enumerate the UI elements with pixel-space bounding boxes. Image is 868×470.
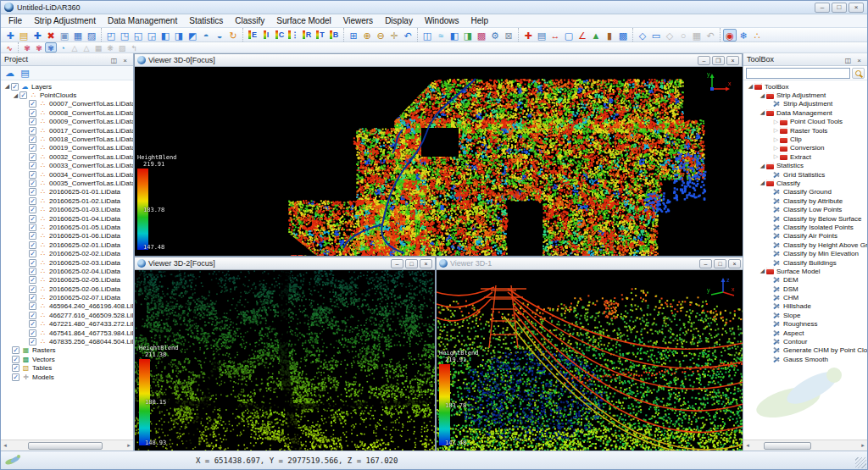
viewer-close-button[interactable]: ×: [726, 56, 739, 65]
zoom-in-icon[interactable]: ⊕: [360, 29, 374, 41]
project-tree-item[interactable]: ✓∴20160625-01-02.LiData: [1, 196, 133, 205]
toolbox-tree-item[interactable]: Classify Isolated Points: [743, 223, 867, 231]
top-view-icon[interactable]: ◧: [159, 29, 172, 41]
render-snowflake-icon[interactable]: ❄: [737, 29, 750, 41]
display-by-elevation-icon[interactable]: E: [246, 29, 259, 41]
toolbox-tree-item[interactable]: Classify Air Points: [743, 232, 867, 241]
menu-classify[interactable]: Classify: [229, 14, 270, 28]
toolbox-tree-item[interactable]: Aspect: [743, 329, 867, 337]
display-by-rgb-icon[interactable]: ⋮: [287, 29, 300, 41]
project-tree-item[interactable]: ✓∴20160625-02-01.LiData: [1, 241, 133, 249]
toolbox-tree-item[interactable]: Contour: [743, 337, 867, 346]
mountain-profile-tool-icon[interactable]: △: [69, 42, 81, 53]
menu-file[interactable]: File: [3, 14, 28, 28]
display-by-intensity-icon[interactable]: I: [259, 29, 273, 41]
select-polygon-icon[interactable]: ◇: [636, 29, 649, 41]
viewer-3d-2-canvas[interactable]: [135, 270, 435, 451]
valley-profile-tool-icon[interactable]: △: [81, 42, 92, 53]
selected-seed-tool-icon[interactable]: ✾: [45, 42, 57, 53]
menu-display[interactable]: Display: [379, 14, 419, 28]
project-tree-item[interactable]: ✓∴20160625-01-03.LiData: [1, 205, 133, 213]
toolbox-search-input[interactable]: [746, 68, 850, 79]
layer-checkbox[interactable]: ✓: [29, 250, 36, 257]
project-tree-item[interactable]: ✓∴00017_ConvertToLas.LiData: [1, 126, 133, 135]
project-tree-item[interactable]: ✓∴466277.616_466509.528.LiData: [1, 311, 133, 319]
toolbox-tree-item[interactable]: Gauss Smooth: [743, 355, 867, 363]
viewer-maximize-button[interactable]: □: [405, 259, 418, 268]
measure-height-icon[interactable]: ▲: [589, 29, 603, 41]
display-blend-icon[interactable]: B: [327, 29, 341, 41]
toolbox-tree-item[interactable]: Classify by Attribute: [743, 196, 867, 205]
layer-checkbox[interactable]: ✓: [29, 224, 36, 231]
toolbox-tree-item[interactable]: ◢Classify: [743, 179, 867, 187]
toolbox-tree-item[interactable]: DEM: [743, 276, 867, 285]
viewer-3d-1-canvas[interactable]: [437, 270, 743, 451]
layer-checkbox[interactable]: ✓: [29, 153, 36, 161]
layer-checkbox[interactable]: ✓: [29, 118, 36, 125]
rotate-view-icon[interactable]: ↻: [226, 29, 240, 41]
display-by-class-icon[interactable]: C: [273, 29, 287, 41]
close-button[interactable]: ×: [849, 3, 864, 13]
expander-icon[interactable]: ▷: [772, 153, 780, 160]
layer-checkbox[interactable]: ✓: [29, 241, 36, 249]
resize-grip[interactable]: [855, 457, 866, 468]
undo-edit-tool-icon[interactable]: ↰: [128, 42, 140, 53]
expander-icon[interactable]: ▷: [772, 145, 780, 152]
pick-point-icon[interactable]: ✚: [521, 29, 535, 41]
toolbox-tree-item[interactable]: ◢Strip Adjustment: [743, 91, 867, 99]
save-selection-icon[interactable]: ▦: [690, 29, 704, 41]
viewer-3d-1-titlebar[interactable]: Viewer 3D-1 – □ ×: [437, 257, 743, 270]
left-view-icon[interactable]: ◱: [131, 29, 145, 41]
layer-checkbox[interactable]: ✓: [29, 338, 36, 346]
back-view-icon[interactable]: ◳: [118, 29, 131, 41]
profile-tool-icon[interactable]: ∿: [3, 42, 15, 53]
layer-checkbox[interactable]: ✓: [12, 356, 19, 363]
project-tree-item[interactable]: ✓∴00034_ConvertToLas.LiData: [1, 170, 133, 179]
layer-checkbox[interactable]: ✓: [29, 232, 36, 240]
menu-surface-model[interactable]: Surface Model: [270, 14, 337, 28]
layer-checkbox[interactable]: ✓: [29, 329, 36, 337]
layer-checkbox[interactable]: ✓: [29, 276, 36, 284]
measure-volume-icon[interactable]: ▮: [603, 29, 616, 41]
layer-checkbox[interactable]: ✓: [29, 215, 36, 223]
project-tree-item[interactable]: ✓∴20160625-02-02.LiData: [1, 249, 133, 257]
project-tree-item[interactable]: ✓∴20160625-02-05.LiData: [1, 276, 133, 285]
layer-checkbox[interactable]: ✓: [29, 162, 36, 169]
project-tree-item[interactable]: ✓▧Tables: [1, 364, 133, 373]
render-points-icon[interactable]: ∴: [750, 29, 764, 41]
previous-view-icon[interactable]: ↶: [401, 29, 415, 41]
expander-icon[interactable]: ◢: [3, 83, 11, 90]
dock-float-button[interactable]: ◫: [109, 55, 119, 64]
project-tree-item[interactable]: ✓∴00032_ConvertToLas.LiData: [1, 152, 133, 161]
toolbox-tree-item[interactable]: ▷Extract: [743, 152, 867, 161]
measure-area-icon[interactable]: ▢: [562, 29, 576, 41]
project-tree-item[interactable]: ✓▩Vectors: [1, 355, 133, 363]
select-rectangle-icon[interactable]: ▭: [649, 29, 663, 41]
viewer-2d-icon[interactable]: ◨: [461, 29, 475, 41]
project-tree-item[interactable]: ✓∴467221.480_467433.272.LiData: [1, 320, 133, 329]
front-view-icon[interactable]: ◰: [104, 29, 118, 41]
layer-checkbox[interactable]: ✓: [29, 294, 36, 301]
viewer-restore-button[interactable]: ❐: [712, 56, 725, 65]
expander-icon[interactable]: ◢: [759, 268, 766, 274]
viewer-settings-icon[interactable]: ⚙: [488, 29, 502, 41]
toolbox-tree-item[interactable]: Classify Buildings: [743, 258, 867, 267]
layer-checkbox[interactable]: ✓: [29, 302, 36, 310]
project-hscrollbar[interactable]: ◂ ▸: [1, 440, 133, 451]
scroll-left-icon[interactable]: ◂: [1, 442, 9, 449]
expander-icon[interactable]: ◢: [759, 109, 766, 116]
iso-view-icon[interactable]: ◩: [186, 29, 199, 41]
undo-selection-icon[interactable]: ↶: [704, 29, 717, 41]
right-view-icon[interactable]: ◲: [145, 29, 159, 41]
measure-angle-icon[interactable]: ∠: [576, 29, 589, 41]
layer-checkbox[interactable]: ✓: [12, 364, 19, 372]
capture-view-icon[interactable]: ◒: [213, 29, 226, 41]
expander-icon[interactable]: ▷: [772, 119, 780, 125]
save-project-as-icon[interactable]: ▨: [85, 29, 98, 41]
menu-strip-adjustment[interactable]: Strip Adjustment: [28, 14, 102, 28]
add-data-icon[interactable]: ✚: [31, 29, 44, 41]
project-tree-item[interactable]: ✓∴00033_ConvertToLas.LiData: [1, 162, 133, 170]
toolbox-tree-item[interactable]: Strip Adjustment: [743, 100, 867, 108]
dock-float-button[interactable]: ◫: [843, 55, 853, 64]
select-pentagon-icon[interactable]: ◇: [663, 29, 676, 41]
